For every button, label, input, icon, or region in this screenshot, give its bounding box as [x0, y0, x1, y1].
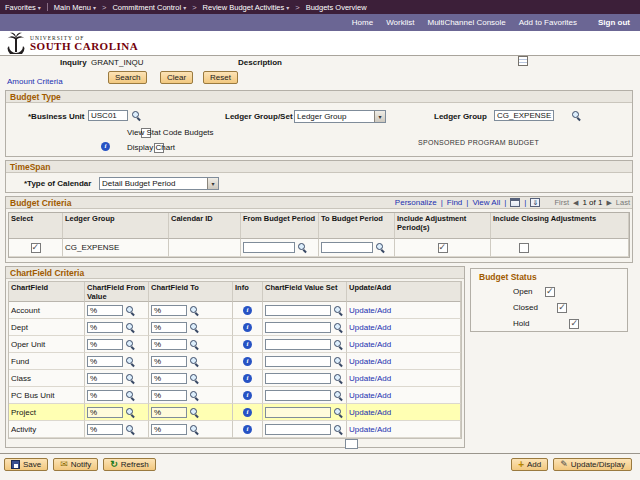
- notify-button[interactable]: ✉Notify: [53, 458, 98, 471]
- refresh-button[interactable]: ↻Refresh: [103, 458, 156, 471]
- notepad-icon[interactable]: [518, 56, 528, 66]
- breadcrumb-main-menu[interactable]: Main Menu▾: [54, 3, 96, 12]
- lookup-icon[interactable]: [333, 322, 344, 333]
- chartfield-value-set-input[interactable]: [265, 373, 331, 384]
- home-link[interactable]: Home: [352, 18, 373, 27]
- to-budget-period-lookup-icon[interactable]: [375, 242, 386, 253]
- search-button[interactable]: Search: [108, 71, 147, 84]
- amount-criteria-link[interactable]: Amount Criteria: [7, 77, 63, 86]
- last-label[interactable]: Last: [616, 198, 630, 207]
- chartfield-from-input[interactable]: %: [87, 390, 123, 401]
- lookup-icon[interactable]: [125, 356, 136, 367]
- chevron-down-icon[interactable]: ▾: [207, 178, 218, 189]
- lookup-icon[interactable]: [189, 322, 200, 333]
- chartfield-to-input[interactable]: %: [151, 305, 187, 316]
- status-closed-checkbox[interactable]: [557, 303, 567, 313]
- info-icon[interactable]: i: [243, 408, 252, 417]
- chartfield-to-input[interactable]: %: [151, 339, 187, 350]
- chartfield-grid-footer-input[interactable]: [345, 439, 358, 449]
- info-icon[interactable]: i: [243, 306, 252, 315]
- multichannel-console-link[interactable]: MultiChannel Console: [427, 18, 505, 27]
- info-icon[interactable]: i: [101, 142, 110, 151]
- lookup-icon[interactable]: [333, 424, 344, 435]
- update-add-link[interactable]: Update/Add: [349, 357, 391, 366]
- sign-out-link[interactable]: Sign out: [598, 18, 630, 27]
- first-label[interactable]: First: [554, 198, 569, 207]
- lookup-icon[interactable]: [125, 390, 136, 401]
- update-add-link[interactable]: Update/Add: [349, 425, 391, 434]
- view-all-link[interactable]: View All: [472, 198, 500, 207]
- chevron-down-icon[interactable]: ▾: [374, 111, 385, 122]
- chartfield-value-set-input[interactable]: [265, 322, 331, 333]
- update-add-link[interactable]: Update/Add: [349, 408, 391, 417]
- update-add-link[interactable]: Update/Add: [349, 306, 391, 315]
- lookup-icon[interactable]: [189, 339, 200, 350]
- lookup-icon[interactable]: [333, 305, 344, 316]
- worklist-link[interactable]: Worklist: [386, 18, 414, 27]
- type-of-calendar-dropdown[interactable]: Detail Budget Period ▾: [99, 177, 219, 190]
- lookup-icon[interactable]: [189, 373, 200, 384]
- popup-window-icon[interactable]: [510, 198, 520, 207]
- info-icon[interactable]: i: [243, 425, 252, 434]
- chartfield-value-set-input[interactable]: [265, 424, 331, 435]
- business-unit-input[interactable]: USC01: [88, 110, 128, 121]
- info-icon[interactable]: i: [243, 374, 252, 383]
- lookup-icon[interactable]: [333, 373, 344, 384]
- lookup-icon[interactable]: [189, 390, 200, 401]
- breadcrumb-budgets-overview[interactable]: Budgets Overview: [306, 3, 367, 12]
- lookup-icon[interactable]: [125, 305, 136, 316]
- lookup-icon[interactable]: [189, 356, 200, 367]
- lookup-icon[interactable]: [333, 339, 344, 350]
- lookup-icon[interactable]: [125, 424, 136, 435]
- update-add-link[interactable]: Update/Add: [349, 323, 391, 332]
- lookup-icon[interactable]: [189, 424, 200, 435]
- ledger-group-lookup-icon[interactable]: [571, 110, 582, 121]
- next-page-icon[interactable]: ▶: [606, 199, 611, 207]
- lookup-icon[interactable]: [189, 305, 200, 316]
- chartfield-to-input[interactable]: %: [151, 390, 187, 401]
- update-add-link[interactable]: Update/Add: [349, 374, 391, 383]
- breadcrumb-commitment-control[interactable]: Commitment Control▾: [112, 3, 186, 12]
- chartfield-to-input[interactable]: %: [151, 373, 187, 384]
- chartfield-from-input[interactable]: %: [87, 305, 123, 316]
- lookup-icon[interactable]: [125, 322, 136, 333]
- breadcrumb-favorites[interactable]: Favorites▾: [5, 3, 41, 12]
- chartfield-to-input[interactable]: %: [151, 322, 187, 333]
- info-icon[interactable]: i: [243, 391, 252, 400]
- chartfield-from-input[interactable]: %: [87, 322, 123, 333]
- ledger-group-set-dropdown[interactable]: Ledger Group ▾: [294, 110, 386, 123]
- chartfield-value-set-input[interactable]: [265, 339, 331, 350]
- from-budget-period-lookup-icon[interactable]: [297, 242, 308, 253]
- chartfield-value-set-input[interactable]: [265, 407, 331, 418]
- chartfield-value-set-input[interactable]: [265, 390, 331, 401]
- add-button[interactable]: +Add: [511, 458, 548, 471]
- lookup-icon[interactable]: [333, 356, 344, 367]
- lookup-icon[interactable]: [125, 373, 136, 384]
- lookup-icon[interactable]: [333, 407, 344, 418]
- lookup-icon[interactable]: [125, 407, 136, 418]
- previous-page-icon[interactable]: ◀: [573, 199, 578, 207]
- chartfield-from-input[interactable]: %: [87, 407, 123, 418]
- update-display-button[interactable]: ✎Update/Display: [553, 458, 632, 471]
- status-open-checkbox[interactable]: [545, 287, 555, 297]
- business-unit-lookup-icon[interactable]: [131, 110, 142, 121]
- chartfield-to-input[interactable]: %: [151, 424, 187, 435]
- chartfield-from-input[interactable]: %: [87, 339, 123, 350]
- update-add-link[interactable]: Update/Add: [349, 340, 391, 349]
- chartfield-from-input[interactable]: %: [87, 424, 123, 435]
- reset-button[interactable]: Reset: [203, 71, 238, 84]
- chartfield-from-input[interactable]: %: [87, 356, 123, 367]
- info-icon[interactable]: i: [243, 357, 252, 366]
- download-grid-icon[interactable]: ⇓: [530, 198, 540, 207]
- include-closing-checkbox[interactable]: [519, 243, 529, 253]
- chartfield-value-set-input[interactable]: [265, 356, 331, 367]
- status-hold-checkbox[interactable]: [569, 319, 579, 329]
- from-budget-period-input[interactable]: [243, 242, 295, 253]
- add-to-favorites-link[interactable]: Add to Favorites: [519, 18, 577, 27]
- to-budget-period-input[interactable]: [321, 242, 373, 253]
- info-icon[interactable]: i: [243, 340, 252, 349]
- lookup-icon[interactable]: [333, 390, 344, 401]
- lookup-icon[interactable]: [189, 407, 200, 418]
- clear-button[interactable]: Clear: [160, 71, 193, 84]
- chartfield-value-set-input[interactable]: [265, 305, 331, 316]
